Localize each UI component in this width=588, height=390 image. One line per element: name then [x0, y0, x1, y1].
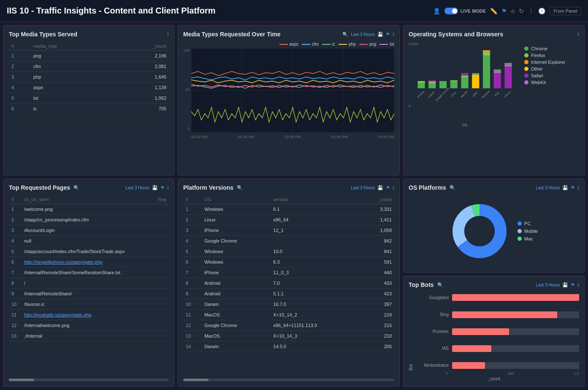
count-cell: [152, 257, 169, 267]
rank-cell: 13: [183, 331, 202, 341]
legend-item: php: [339, 42, 356, 46]
count-cell: 205: [360, 341, 394, 352]
bot-bar: [452, 294, 579, 301]
save-icon[interactable]: 💾: [377, 32, 383, 37]
filter-icon[interactable]: ⚑: [501, 8, 507, 14]
line-chart-legend: aspx cfm ic php png txt: [183, 42, 394, 46]
rank-cell: 7: [183, 267, 202, 278]
count-cell: 2,196: [114, 51, 169, 61]
table-scroll-area[interactable]: # cs_uri_stem Req 1 /welcome.png 2 /ctap…: [9, 195, 169, 377]
table-row: 10 Darwin 16.7.0 397: [183, 299, 394, 310]
info-icon[interactable]: ℹ: [577, 32, 579, 37]
filter-icon[interactable]: ⚑: [386, 185, 390, 191]
legend-label: Mobile: [524, 229, 538, 234]
bot-bar: [452, 362, 579, 369]
top-media-types-title: Top Media Types Served: [9, 31, 77, 38]
search-icon[interactable]: 🔍: [73, 185, 79, 191]
user-icon: 👤: [433, 8, 440, 14]
version-cell: [271, 236, 360, 246]
table-row: 7 iPhone 11_0_3 440: [183, 267, 394, 278]
info-icon[interactable]: ℹ: [577, 185, 579, 191]
legend-line: [339, 44, 347, 45]
svg-rect-22: [472, 74, 479, 88]
rank-cell: 10: [183, 299, 202, 310]
edit-icon[interactable]: ✏️: [490, 8, 497, 14]
os-browser-content: 5,000 0: [409, 42, 579, 170]
top-pages-title: Top Requested Pages: [9, 184, 70, 191]
count-cell: [152, 289, 169, 299]
info-icon[interactable]: ℹ: [167, 32, 169, 37]
rank-cell: 14: [183, 341, 202, 352]
bot-bar-fill: [452, 311, 557, 318]
table-row: 4 Google Chrome 842: [183, 236, 394, 246]
rank-cell: 6: [183, 257, 202, 267]
info-icon[interactable]: ℹ: [393, 185, 394, 191]
bot-row: Proximic: [415, 328, 579, 335]
search-icon[interactable]: 🔍: [437, 282, 443, 288]
filter-icon[interactable]: ⚑: [386, 32, 390, 37]
os-bar-chart: 5,000 0: [409, 42, 521, 170]
legend-dot: [518, 221, 522, 226]
table-scroll-area[interactable]: # OS version _count 1 Windows 6.1 3,331 …: [183, 195, 394, 377]
time-range: Last 3 Hours: [125, 185, 149, 190]
scrollbar[interactable]: [183, 379, 394, 381]
table-row: 1 png 2,196: [9, 51, 169, 61]
header-controls: 👤 LIVE MODE ✏️ ⚑ ⎋ ↻ ⋮ 🕐 From Panel: [433, 7, 581, 15]
os-cell: iPhone: [202, 225, 271, 236]
share-icon[interactable]: ⎋: [511, 8, 515, 14]
table-row: 1 Windows 6.1 3,331: [183, 204, 394, 215]
line-chart-container: aspx cfm ic php png txt 100 10 1: [183, 42, 394, 170]
legend-item: cfm: [302, 42, 319, 46]
page-cell: http://ningwitjohnno.ru/zapoy/gate.php: [22, 257, 152, 267]
page-link[interactable]: http://ningwitjohnno.ru/zapoy/gate.php: [24, 259, 103, 265]
legend-item: Mac: [518, 236, 538, 241]
scrollbar-thumb: [9, 379, 34, 381]
os-platforms-title: OS Platforms: [409, 184, 446, 191]
page-link[interactable]: http://tycahatit.ru/zapoy/gate.php: [24, 312, 92, 317]
page-cell: /Internal/RemoteShare/: [22, 289, 152, 299]
os-cell: MacOS: [202, 331, 271, 341]
svg-rect-13: [428, 83, 436, 88]
scrollbar[interactable]: [9, 379, 169, 381]
bot-row: Nimbostratus: [415, 362, 579, 369]
media-type-cell: txt: [31, 93, 114, 104]
os-cell: Windows: [202, 204, 271, 215]
info-icon[interactable]: ℹ: [393, 32, 394, 37]
page-title: IIS 10 - Traffic Insights - Content and …: [7, 6, 433, 16]
rank-cell: 6: [9, 104, 31, 114]
search-icon[interactable]: 🔍: [342, 32, 348, 37]
table-row: 8 Android 7.0 433: [183, 278, 394, 289]
filter-icon[interactable]: ⚑: [160, 185, 165, 191]
more-icon[interactable]: ⋮: [528, 8, 534, 14]
info-icon[interactable]: ℹ: [167, 185, 169, 191]
filter-icon[interactable]: ⚑: [571, 185, 575, 191]
search-icon[interactable]: 🔍: [237, 185, 243, 191]
save-icon[interactable]: 💾: [377, 185, 383, 191]
svg-rect-27: [494, 73, 501, 88]
info-icon[interactable]: ℹ: [577, 282, 579, 288]
filter-icon[interactable]: ⚑: [571, 282, 575, 288]
legend-item: WebKit: [524, 80, 579, 85]
col-count: _count: [360, 195, 394, 204]
refresh-icon[interactable]: ↻: [519, 8, 524, 14]
time-range: Last 3 Hours: [351, 185, 375, 190]
top-bots-title: Top Bots: [409, 281, 434, 288]
search-icon[interactable]: 🔍: [450, 185, 455, 191]
panel-controls: 🔍 Last 3 Hours 💾 ⚑ ℹ: [342, 32, 394, 37]
svg-rect-21: [461, 73, 468, 76]
toggle-switch[interactable]: [444, 8, 458, 14]
table-row: 5 Windows 10.0 841: [183, 246, 394, 257]
live-mode-toggle[interactable]: LIVE MODE: [444, 8, 486, 14]
bot-bar-fill: [452, 294, 579, 301]
count-cell: 2,081: [114, 61, 169, 72]
svg-rect-14: [428, 82, 436, 83]
from-panel-label[interactable]: From Panel: [550, 7, 581, 15]
media-type-cell: ic: [31, 104, 114, 114]
table-row: 3 php 1,645: [9, 72, 169, 82]
legend-item: txt: [379, 42, 394, 46]
save-icon[interactable]: 💾: [562, 185, 568, 191]
clock-icon[interactable]: 🕐: [538, 8, 545, 14]
save-icon[interactable]: 💾: [152, 185, 158, 191]
save-icon[interactable]: 💾: [562, 282, 568, 288]
count-cell: 210: [360, 331, 394, 341]
